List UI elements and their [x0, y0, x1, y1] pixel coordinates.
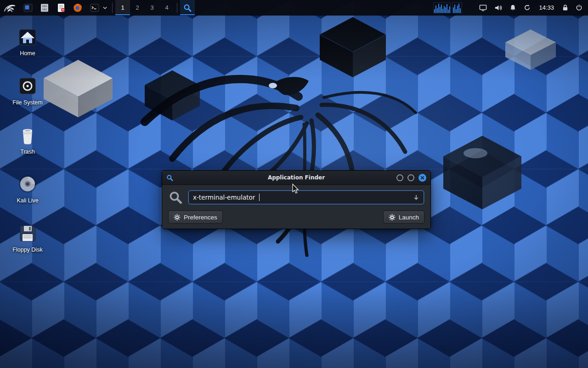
preferences-button-label: Preferences	[184, 214, 217, 221]
close-button[interactable]	[418, 174, 426, 182]
applications-menu-button[interactable]	[0, 0, 20, 15]
kali-dragon-head	[276, 77, 309, 95]
launcher-blue-window[interactable]	[20, 0, 36, 15]
window-controls	[396, 174, 426, 182]
desktop-icon-trash[interactable]: Trash	[6, 124, 49, 155]
glass-cube-right	[443, 136, 521, 209]
panel-separator	[177, 3, 177, 13]
desktop-icon-label: Trash	[20, 149, 35, 155]
gear-icon	[174, 214, 181, 221]
preferences-button[interactable]: Preferences	[168, 211, 223, 224]
dropdown-arrow-icon[interactable]	[413, 194, 419, 201]
desktop-icon-label: Floppy Disk	[12, 247, 42, 253]
workspace-4-button[interactable]: 4	[159, 0, 174, 15]
maximize-button[interactable]	[407, 174, 414, 181]
desktop-icon-file-system[interactable]: File System	[6, 75, 49, 106]
volume-icon	[494, 4, 502, 12]
logout-button[interactable]	[576, 4, 582, 11]
volume-tray-button[interactable]	[494, 4, 502, 12]
file-cabinet-icon	[40, 3, 50, 13]
desktop-icon-home[interactable]: Home	[6, 26, 49, 57]
desktop-icon-floppy-disk[interactable]: Floppy Disk	[6, 222, 49, 253]
text-caret	[259, 194, 260, 201]
updates-tray-button[interactable]	[524, 4, 531, 11]
dragon-eye-highlight	[269, 83, 277, 88]
top-panel: 1 2 3 4	[0, 0, 588, 15]
display-settings-tray-button[interactable]	[479, 4, 487, 12]
lock-screen-button[interactable]	[562, 4, 568, 11]
search-row: x-terminal-emulator	[168, 190, 425, 211]
desktop-icon-label: File System	[12, 100, 42, 106]
panel-left-section: 1 2 3 4	[0, 0, 195, 15]
desktop: 1 2 3 4	[0, 0, 588, 368]
launcher-terminal[interactable]	[87, 0, 102, 15]
black-cube-left	[145, 70, 200, 121]
application-finder-window: Application Finder x-terminal-emulator	[162, 170, 431, 229]
terminal-icon	[90, 3, 100, 13]
panel-separator	[112, 3, 113, 13]
chevron-down-icon	[103, 6, 107, 9]
system-monitor-graphs	[434, 3, 462, 13]
updates-icon	[524, 4, 531, 11]
launcher-firefox[interactable]	[69, 0, 86, 15]
kali-menu-icon	[4, 3, 16, 12]
desktop-icon-label: Home	[20, 51, 35, 57]
launch-gear-icon	[389, 214, 396, 221]
file-system-drive-icon	[17, 75, 39, 97]
black-cube-top	[320, 17, 386, 77]
power-icon	[576, 4, 582, 11]
application-finder-panel-button[interactable]	[180, 0, 195, 15]
lock-icon	[562, 4, 568, 11]
window-title: Application Finder	[162, 174, 430, 181]
trash-icon	[17, 124, 39, 146]
terminal-launcher-group	[86, 0, 109, 15]
net-graph[interactable]	[452, 3, 462, 13]
floppy-disk-icon	[17, 222, 39, 244]
clock[interactable]: 14:33	[538, 4, 555, 11]
dialog-buttons-row: Preferences Launch	[168, 211, 425, 224]
white-cube	[44, 60, 113, 117]
text-editor-icon	[56, 3, 66, 13]
window-app-finder-icon	[166, 174, 173, 181]
app-finder-icon	[183, 4, 192, 12]
notifications-tray-button[interactable]	[509, 4, 516, 11]
launch-button[interactable]: Launch	[383, 211, 424, 224]
desktop-icon-label: Kali Live	[17, 198, 38, 204]
notifications-bell-icon	[509, 4, 516, 11]
workspace-3-button[interactable]: 3	[145, 0, 159, 15]
desktop-icon-kali-live[interactable]: Kali Live	[6, 173, 49, 204]
dialog-body: x-terminal-emulator Preferences	[162, 185, 430, 229]
search-input-value: x-terminal-emulator	[193, 194, 255, 201]
launcher-text-editor[interactable]	[53, 0, 69, 15]
workspace-2-button[interactable]: 2	[130, 0, 145, 15]
light-cube-right	[505, 29, 556, 70]
kali-live-disc-icon	[17, 173, 39, 195]
search-input[interactable]: x-terminal-emulator	[188, 190, 424, 204]
terminal-dropdown-button[interactable]	[102, 0, 108, 15]
blue-window-icon	[23, 3, 33, 13]
workspace-1-button[interactable]: 1	[115, 0, 130, 15]
launch-button-label: Launch	[399, 214, 419, 221]
firefox-icon	[73, 3, 83, 13]
minimize-button[interactable]	[396, 174, 403, 181]
desktop-icon-column: Home File System Trash	[6, 26, 49, 253]
titlebar[interactable]: Application Finder	[162, 171, 430, 185]
display-icon	[479, 4, 487, 12]
launcher-file-manager[interactable]	[36, 0, 53, 15]
cpu-graph[interactable]	[434, 3, 450, 13]
close-icon	[420, 176, 424, 180]
search-icon	[169, 190, 182, 204]
panel-right-section: 14:33	[434, 0, 588, 15]
home-folder-icon	[17, 26, 39, 48]
